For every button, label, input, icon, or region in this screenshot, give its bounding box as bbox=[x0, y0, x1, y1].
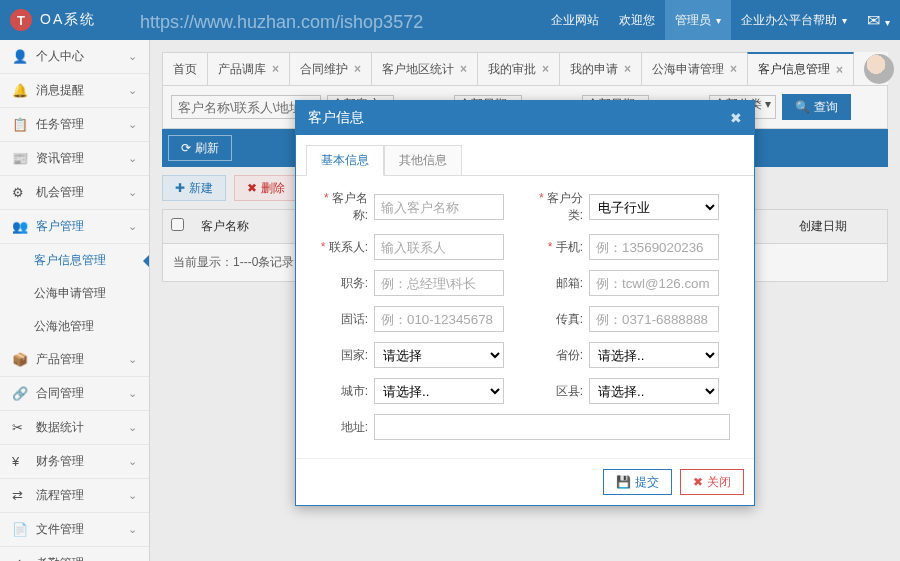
mobile-label: 手机: bbox=[525, 239, 589, 256]
fax-label: 传真: bbox=[525, 311, 589, 328]
job-label: 职务: bbox=[310, 275, 374, 292]
customer-modal: 客户信息 ✖ 基本信息 其他信息 客户名称: 客户分类:电子行业 联系人: 手机… bbox=[295, 100, 755, 506]
province-label: 省份: bbox=[525, 347, 589, 364]
contact-field[interactable] bbox=[374, 234, 504, 260]
contact-label: 联系人: bbox=[310, 239, 374, 256]
submit-button[interactable]: 💾 提交 bbox=[603, 469, 672, 495]
province-select[interactable]: 请选择.. bbox=[589, 342, 719, 368]
mobile-field[interactable] bbox=[589, 234, 719, 260]
address-field[interactable] bbox=[374, 414, 730, 440]
district-select[interactable]: 请选择.. bbox=[589, 378, 719, 404]
city-select[interactable]: 请选择.. bbox=[374, 378, 504, 404]
email-field[interactable] bbox=[589, 270, 719, 296]
close-icon[interactable]: ✖ bbox=[730, 110, 742, 126]
modal-tabs: 基本信息 其他信息 bbox=[296, 135, 754, 176]
tab-other-info[interactable]: 其他信息 bbox=[384, 145, 462, 175]
modal-footer: 💾 提交 ✖ 关闭 bbox=[296, 458, 754, 505]
job-field[interactable] bbox=[374, 270, 504, 296]
fax-field[interactable] bbox=[589, 306, 719, 332]
name-field[interactable] bbox=[374, 194, 504, 220]
close-button[interactable]: ✖ 关闭 bbox=[680, 469, 744, 495]
country-label: 国家: bbox=[310, 347, 374, 364]
tel-field[interactable] bbox=[374, 306, 504, 332]
city-label: 城市: bbox=[310, 383, 374, 400]
category-select[interactable]: 电子行业 bbox=[589, 194, 719, 220]
modal-title: 客户信息 bbox=[308, 109, 730, 127]
country-select[interactable]: 请选择 bbox=[374, 342, 504, 368]
tab-basic-info[interactable]: 基本信息 bbox=[306, 145, 384, 176]
modal-form: 客户名称: 客户分类:电子行业 联系人: 手机: 职务: 邮箱: 固话: 传真:… bbox=[296, 176, 754, 458]
address-label: 地址: bbox=[310, 419, 374, 436]
tel-label: 固话: bbox=[310, 311, 374, 328]
email-label: 邮箱: bbox=[525, 275, 589, 292]
district-label: 区县: bbox=[525, 383, 589, 400]
category-label: 客户分类: bbox=[525, 190, 589, 224]
name-label: 客户名称: bbox=[310, 190, 374, 224]
modal-header: 客户信息 ✖ bbox=[296, 101, 754, 135]
